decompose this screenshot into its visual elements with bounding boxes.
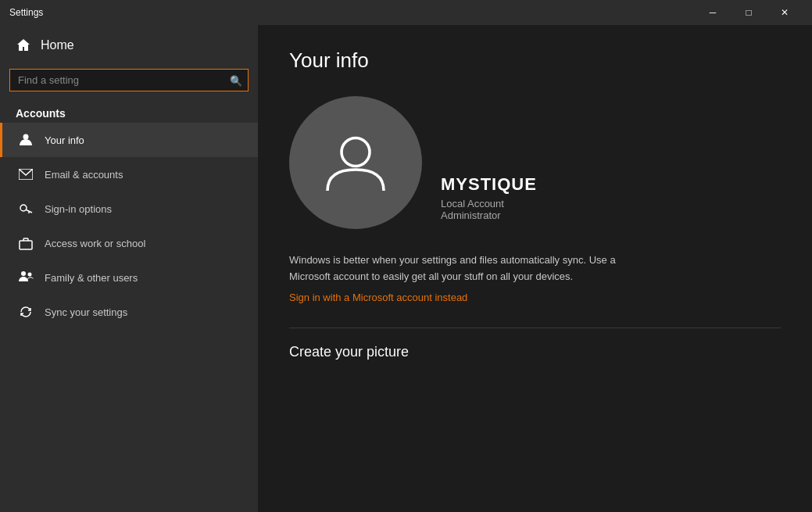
sidebar-item-label: Sync your settings: [45, 306, 127, 318]
sidebar-item-label: Sign-in options: [45, 203, 112, 215]
sidebar-item-email-accounts[interactable]: Email & accounts: [0, 157, 258, 192]
maximize-button[interactable]: □: [731, 0, 767, 25]
profile-section: MYSTIQUE Local Account Administrator: [289, 96, 781, 229]
svg-point-8: [342, 138, 370, 166]
sidebar-section-title: Accounts: [0, 101, 258, 123]
search-input[interactable]: [9, 69, 249, 91]
sidebar-item-sync[interactable]: Sync your settings: [0, 295, 258, 329]
briefcase-icon: [18, 235, 34, 251]
sidebar-item-label: Access work or school: [45, 238, 145, 249]
close-button[interactable]: ✕: [767, 0, 803, 25]
sidebar-item-family[interactable]: Family & other users: [0, 260, 258, 295]
sync-text: Windows is better when your settings and…: [289, 252, 649, 285]
search-container: 🔍: [9, 69, 249, 91]
user-role: Administrator: [441, 209, 537, 221]
home-icon: [16, 38, 31, 53]
family-icon: [18, 270, 34, 285]
email-icon: [18, 166, 34, 182]
titlebar-title: Settings: [9, 7, 43, 18]
sync-icon: [18, 304, 34, 320]
key-icon: [18, 201, 34, 217]
svg-point-2: [20, 205, 27, 211]
sidebar-item-label: Email & accounts: [45, 169, 123, 181]
sidebar-item-label: Your info: [45, 134, 84, 146]
svg-point-6: [21, 271, 26, 276]
svg-point-7: [28, 273, 32, 277]
your-info-icon: [18, 132, 34, 148]
titlebar: Settings ─ □ ✕: [0, 0, 812, 25]
user-name: MYSTIQUE: [441, 174, 537, 195]
sidebar-item-label: Family & other users: [45, 272, 138, 284]
avatar: [289, 96, 422, 229]
titlebar-controls: ─ □ ✕: [695, 0, 803, 25]
sidebar-item-your-info[interactable]: Your info: [0, 123, 258, 157]
user-info: MYSTIQUE Local Account Administrator: [441, 174, 537, 229]
content-area: Your info MYSTIQUE Local Account Adminis…: [258, 25, 812, 512]
sidebar: Home 🔍 Accounts Your info: [0, 25, 258, 512]
sidebar-item-sign-in[interactable]: Sign-in options: [0, 192, 258, 226]
sidebar-item-access-work[interactable]: Access work or school: [0, 226, 258, 260]
page-title: Your info: [289, 48, 781, 73]
section-divider: [289, 328, 781, 328]
svg-rect-5: [20, 241, 32, 249]
sidebar-item-home[interactable]: Home: [0, 25, 258, 66]
sync-section: Windows is better when your settings and…: [289, 252, 781, 304]
home-label: Home: [41, 38, 74, 52]
ms-signin-link[interactable]: Sign in with a Microsoft account instead: [289, 292, 467, 303]
user-account-type: Local Account: [441, 198, 537, 209]
create-picture-title: Create your picture: [289, 344, 781, 360]
search-icon: 🔍: [230, 74, 242, 86]
app-body: Home 🔍 Accounts Your info: [0, 25, 812, 512]
svg-point-0: [23, 134, 29, 140]
minimize-button[interactable]: ─: [695, 0, 731, 25]
